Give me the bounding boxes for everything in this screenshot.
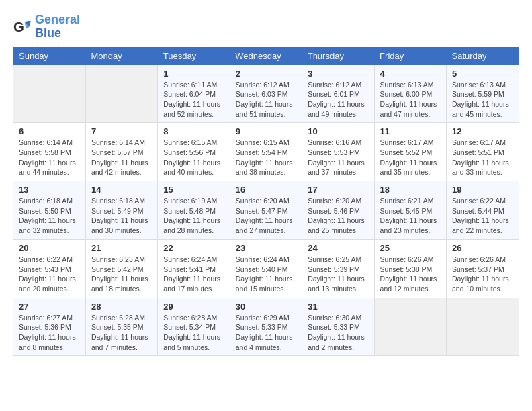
calendar-cell: 22Sunrise: 6:24 AM Sunset: 5:41 PM Dayli… [158, 239, 230, 298]
day-info: Sunrise: 6:23 AM Sunset: 5:42 PM Dayligh… [91, 255, 152, 294]
calendar-cell: 28Sunrise: 6:28 AM Sunset: 5:35 PM Dayli… [85, 298, 157, 356]
calendar-cell: 6Sunrise: 6:14 AM Sunset: 5:58 PM Daylig… [13, 123, 85, 181]
calendar-cell: 27Sunrise: 6:27 AM Sunset: 5:36 PM Dayli… [13, 298, 85, 356]
calendar-cell: 13Sunrise: 6:18 AM Sunset: 5:50 PM Dayli… [13, 181, 85, 240]
day-number: 19 [452, 185, 513, 195]
calendar-cell: 23Sunrise: 6:24 AM Sunset: 5:40 PM Dayli… [230, 239, 302, 298]
day-info: Sunrise: 6:14 AM Sunset: 5:58 PM Dayligh… [19, 138, 80, 177]
calendar-cell: 24Sunrise: 6:25 AM Sunset: 5:39 PM Dayli… [302, 239, 374, 298]
svg-text:G: G [13, 18, 24, 34]
calendar-cell: 5Sunrise: 6:13 AM Sunset: 5:59 PM Daylig… [447, 65, 519, 123]
calendar-week-row: 6Sunrise: 6:14 AM Sunset: 5:58 PM Daylig… [13, 123, 519, 181]
page-header: G General Blue [13, 13, 519, 40]
day-number: 7 [91, 126, 152, 136]
day-number: 15 [163, 185, 224, 195]
day-info: Sunrise: 6:16 AM Sunset: 5:53 PM Dayligh… [308, 138, 368, 177]
day-number: 22 [163, 243, 224, 253]
day-header-thursday: Thursday [302, 47, 374, 65]
day-header-saturday: Saturday [447, 47, 519, 65]
day-info: Sunrise: 6:12 AM Sunset: 6:03 PM Dayligh… [236, 80, 296, 120]
day-number: 5 [452, 68, 513, 79]
calendar-cell: 2Sunrise: 6:12 AM Sunset: 6:03 PM Daylig… [230, 65, 302, 123]
logo: G General Blue [13, 13, 80, 40]
day-info: Sunrise: 6:28 AM Sunset: 5:34 PM Dayligh… [163, 313, 224, 353]
day-info: Sunrise: 6:26 AM Sunset: 5:37 PM Dayligh… [452, 255, 513, 294]
day-number: 30 [236, 302, 296, 312]
day-header-friday: Friday [374, 47, 446, 65]
calendar-cell: 19Sunrise: 6:22 AM Sunset: 5:44 PM Dayli… [447, 181, 519, 240]
day-info: Sunrise: 6:17 AM Sunset: 5:51 PM Dayligh… [452, 138, 513, 177]
day-info: Sunrise: 6:11 AM Sunset: 6:04 PM Dayligh… [163, 80, 224, 120]
day-info: Sunrise: 6:18 AM Sunset: 5:50 PM Dayligh… [19, 196, 80, 236]
calendar-cell: 21Sunrise: 6:23 AM Sunset: 5:42 PM Dayli… [85, 239, 157, 298]
calendar-cell: 17Sunrise: 6:20 AM Sunset: 5:46 PM Dayli… [302, 181, 374, 240]
day-number: 9 [236, 126, 296, 136]
calendar-week-row: 20Sunrise: 6:22 AM Sunset: 5:43 PM Dayli… [13, 239, 519, 298]
day-number: 6 [19, 126, 80, 136]
calendar-cell: 16Sunrise: 6:20 AM Sunset: 5:47 PM Dayli… [230, 181, 302, 240]
day-info: Sunrise: 6:26 AM Sunset: 5:38 PM Dayligh… [380, 255, 441, 294]
calendar-cell [13, 65, 85, 123]
day-number: 4 [380, 68, 441, 79]
day-info: Sunrise: 6:24 AM Sunset: 5:41 PM Dayligh… [163, 255, 224, 294]
day-info: Sunrise: 6:29 AM Sunset: 5:33 PM Dayligh… [236, 313, 296, 353]
day-info: Sunrise: 6:24 AM Sunset: 5:40 PM Dayligh… [236, 255, 296, 294]
day-number: 31 [308, 302, 368, 312]
day-number: 25 [380, 243, 441, 253]
day-number: 2 [236, 68, 296, 79]
calendar-cell: 10Sunrise: 6:16 AM Sunset: 5:53 PM Dayli… [302, 123, 374, 181]
day-number: 16 [236, 185, 296, 195]
calendar-cell: 9Sunrise: 6:15 AM Sunset: 5:54 PM Daylig… [230, 123, 302, 181]
calendar-cell: 14Sunrise: 6:18 AM Sunset: 5:49 PM Dayli… [85, 181, 157, 240]
calendar-cell: 25Sunrise: 6:26 AM Sunset: 5:38 PM Dayli… [374, 239, 446, 298]
day-info: Sunrise: 6:13 AM Sunset: 6:00 PM Dayligh… [380, 80, 441, 120]
calendar-cell [374, 298, 446, 356]
day-header-monday: Monday [85, 47, 157, 65]
calendar-cell: 8Sunrise: 6:15 AM Sunset: 5:56 PM Daylig… [158, 123, 230, 181]
day-info: Sunrise: 6:12 AM Sunset: 6:01 PM Dayligh… [308, 80, 368, 120]
day-info: Sunrise: 6:20 AM Sunset: 5:46 PM Dayligh… [308, 196, 368, 236]
day-number: 23 [236, 243, 296, 253]
day-info: Sunrise: 6:15 AM Sunset: 5:54 PM Dayligh… [236, 138, 296, 177]
calendar-cell: 18Sunrise: 6:21 AM Sunset: 5:45 PM Dayli… [374, 181, 446, 240]
calendar-cell: 20Sunrise: 6:22 AM Sunset: 5:43 PM Dayli… [13, 239, 85, 298]
calendar-cell: 29Sunrise: 6:28 AM Sunset: 5:34 PM Dayli… [158, 298, 230, 356]
day-number: 20 [19, 243, 80, 253]
day-info: Sunrise: 6:27 AM Sunset: 5:36 PM Dayligh… [19, 313, 80, 353]
day-info: Sunrise: 6:18 AM Sunset: 5:49 PM Dayligh… [91, 196, 152, 236]
day-info: Sunrise: 6:30 AM Sunset: 5:33 PM Dayligh… [308, 313, 368, 353]
day-info: Sunrise: 6:22 AM Sunset: 5:43 PM Dayligh… [19, 255, 80, 294]
day-info: Sunrise: 6:15 AM Sunset: 5:56 PM Dayligh… [163, 138, 224, 177]
calendar-week-row: 13Sunrise: 6:18 AM Sunset: 5:50 PM Dayli… [13, 181, 519, 240]
calendar-cell: 3Sunrise: 6:12 AM Sunset: 6:01 PM Daylig… [302, 65, 374, 123]
calendar-cell: 7Sunrise: 6:14 AM Sunset: 5:57 PM Daylig… [85, 123, 157, 181]
calendar-cell: 31Sunrise: 6:30 AM Sunset: 5:33 PM Dayli… [302, 298, 374, 356]
day-info: Sunrise: 6:14 AM Sunset: 5:57 PM Dayligh… [91, 138, 152, 177]
calendar-header-row: SundayMondayTuesdayWednesdayThursdayFrid… [13, 47, 519, 65]
day-header-tuesday: Tuesday [158, 47, 230, 65]
day-number: 29 [163, 302, 224, 312]
day-number: 27 [19, 302, 80, 312]
calendar-cell: 1Sunrise: 6:11 AM Sunset: 6:04 PM Daylig… [158, 65, 230, 123]
day-number: 26 [452, 243, 513, 253]
calendar-cell: 26Sunrise: 6:26 AM Sunset: 5:37 PM Dayli… [447, 239, 519, 298]
day-info: Sunrise: 6:19 AM Sunset: 5:48 PM Dayligh… [163, 196, 224, 236]
day-info: Sunrise: 6:13 AM Sunset: 5:59 PM Dayligh… [452, 80, 513, 120]
day-number: 3 [308, 68, 368, 79]
calendar-cell [85, 65, 157, 123]
day-info: Sunrise: 6:25 AM Sunset: 5:39 PM Dayligh… [308, 255, 368, 294]
day-number: 8 [163, 126, 224, 136]
day-info: Sunrise: 6:28 AM Sunset: 5:35 PM Dayligh… [91, 313, 152, 353]
day-number: 28 [91, 302, 152, 312]
day-info: Sunrise: 6:21 AM Sunset: 5:45 PM Dayligh… [380, 196, 441, 236]
day-number: 18 [380, 185, 441, 195]
day-number: 21 [91, 243, 152, 253]
day-number: 24 [308, 243, 368, 253]
day-info: Sunrise: 6:17 AM Sunset: 5:52 PM Dayligh… [380, 138, 441, 177]
calendar-cell: 30Sunrise: 6:29 AM Sunset: 5:33 PM Dayli… [230, 298, 302, 356]
calendar-cell: 4Sunrise: 6:13 AM Sunset: 6:00 PM Daylig… [374, 65, 446, 123]
day-number: 13 [19, 185, 80, 195]
day-number: 17 [308, 185, 368, 195]
day-number: 12 [452, 126, 513, 136]
day-header-wednesday: Wednesday [230, 47, 302, 65]
